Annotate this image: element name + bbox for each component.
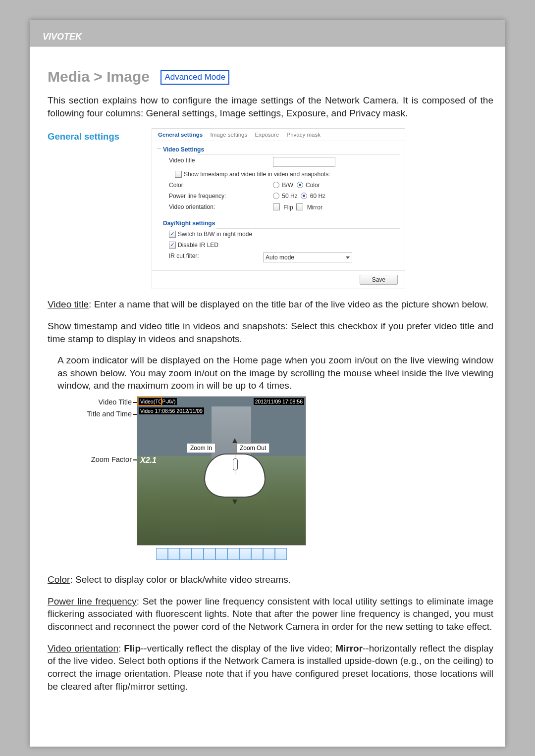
tool-pause-icon[interactable] [180,548,192,560]
color-text: Color [306,182,320,189]
tab-image[interactable]: Image settings [207,131,250,139]
content-area: Media > Image Advanced Mode This section… [48,68,493,693]
orientation-paragraph: Video orientation: Flip--vertically refl… [48,642,493,693]
tab-privacy[interactable]: Privacy mask [284,131,323,139]
settings-tabs: General settings Image settings Exposure… [152,129,405,141]
arrow-up-icon [232,438,237,443]
overlay-zoom-factor: X2.1 [140,456,157,465]
tab-exposure[interactable]: Exposure [252,131,282,139]
color-label: Color: [169,182,273,189]
general-settings-heading: General settings [48,128,152,142]
brand-text: VIVOTEK [43,32,82,42]
daynight-legend: Day/Night settings [152,217,405,227]
tool-mute-icon[interactable] [239,548,251,560]
ir-cut-select[interactable]: Auto mode [263,252,352,262]
video-title-paragraph: Video title: Enter a name that will be d… [48,298,493,311]
tool-fullscreen-icon[interactable] [275,548,287,560]
disable-ir-label: Disable IR LED [178,242,218,249]
zoom-paragraph: A zoom indicator will be displayed on th… [57,354,493,392]
orient-colon: : [118,643,124,654]
tool-image-icon[interactable] [215,548,227,560]
show-ts-term: Show timestamp and video title in videos… [48,321,285,331]
tool-snapshot-icon[interactable] [156,548,168,560]
show-ts-paragraph: Show timestamp and video title in videos… [48,320,493,345]
color-bw-radio[interactable] [273,182,279,188]
page: VIVOTEK Media > Image Advanced Mode This… [30,20,505,747]
flip-bold: Flip [124,643,141,654]
mirror-bold: Mirror [335,643,363,654]
intro-paragraph: This section explains how to configure t… [48,94,493,119]
plf-term: Power line frequency [48,596,137,606]
video-settings-legend: Video Settings [152,143,405,153]
orient-m1: --vertically reflect the display of the … [141,643,335,654]
label-zoom-factor: Zoom Factor [57,455,132,463]
orientation-term: Video orientation [48,643,118,654]
overlay-timestamp: 2012/11/09 17:08:56 [254,398,304,405]
tool-record-icon[interactable] [204,548,215,560]
zoom-in-label: Zoom In [187,443,215,453]
zoom-out-label: Zoom Out [236,443,269,453]
arrow-down-icon [232,500,237,504]
color-color-radio[interactable] [297,182,303,188]
page-title: Media > Image [48,68,150,85]
orientation-label: Video orientation: [169,203,273,211]
tab-general[interactable]: General settings [155,131,206,139]
flip-checkbox[interactable] [273,203,280,210]
mirror-checkbox[interactable] [296,203,303,210]
tool-mic-icon[interactable] [263,548,275,560]
video-title-term: Video title [48,299,89,309]
tool-upload-icon[interactable] [251,548,263,560]
mouse-icon [204,454,266,498]
plf-60-radio[interactable] [301,193,307,199]
tool-volume-icon[interactable] [227,548,239,560]
switch-bw-checkbox[interactable] [169,231,176,238]
ir-cut-label: IR cut filter: [169,252,263,262]
page-footer: 46 - User's Manual [48,729,106,737]
settings-panel: General settings Image settings Exposure… [152,128,405,289]
label-video-title: Video Title [57,398,132,406]
bw-text: B/W [282,182,293,189]
hz50-text: 50 Hz [282,193,297,200]
flip-text: Flip [283,204,293,211]
color-paragraph: Color: Select to display color or black/… [48,573,493,586]
tool-zoom-icon[interactable] [168,548,180,560]
switch-bw-label: Switch to B/W in night mode [178,231,252,238]
video-title-label: Video title [169,157,273,167]
advanced-mode-badge: Advanced Mode [160,70,229,85]
hz60-text: 60 Hz [310,193,325,200]
live-preview: Video(TCP-AV) 2012/11/09 17:08:56 Video … [137,396,306,546]
live-toolbar [137,548,306,562]
video-title-highlight [137,397,162,406]
disable-ir-checkbox[interactable] [169,242,176,249]
label-title-time: Title and Time [57,410,132,418]
overlay-title-time: Video 17:08:56 2012/11/09 [139,407,204,414]
save-button[interactable]: Save [360,275,398,285]
plf-label: Power line frequency: [169,193,273,200]
video-title-input[interactable] [273,157,335,167]
mirror-text: Mirror [307,204,322,211]
tool-stop-icon[interactable] [192,548,204,560]
plf-paragraph: Power line frequency: Set the power line… [48,595,493,633]
plf-50-radio[interactable] [273,193,279,199]
show-timestamp-checkbox[interactable] [175,171,182,178]
header-bar: VIVOTEK [30,29,505,47]
show-timestamp-label: Show timestamp and video title in video … [184,171,330,178]
color-term: Color [48,574,70,585]
